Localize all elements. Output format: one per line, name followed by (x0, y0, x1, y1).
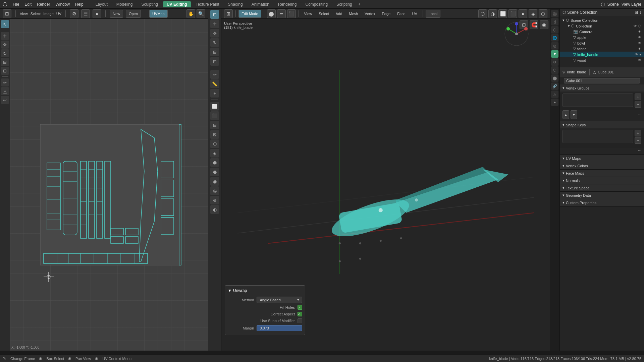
data-name-value[interactable]: Cube.001 (564, 78, 640, 83)
uv-canvas[interactable]: X: -1.000 Y: -1.000 (10, 19, 208, 351)
apple-eye-icon[interactable]: 👁 (638, 36, 641, 39)
world-props-btn[interactable]: ◎ (551, 42, 558, 50)
cam-eye-icon[interactable]: 👁 (638, 30, 641, 34)
method-select[interactable]: Angle Based ▾ (257, 297, 302, 303)
sort-icon[interactable]: ↕ (639, 10, 641, 15)
cursor-tool-btn[interactable]: ✛ (1, 32, 9, 40)
use-subsurf-checkbox[interactable] (298, 318, 302, 323)
view11-btn[interactable]: ⊕ (210, 196, 219, 204)
add-workspace-btn[interactable]: + (358, 2, 361, 7)
vg-expand-btn[interactable]: ⋯ (638, 110, 641, 119)
edge-select-btn[interactable]: ━ (277, 9, 286, 18)
view-menu-uv[interactable]: View (20, 12, 28, 16)
uvmap-btn[interactable]: UVMap (149, 10, 168, 18)
vertex-menu-viewport[interactable]: Vertex (362, 11, 378, 16)
tab-shading[interactable]: Shading (224, 1, 247, 7)
face-maps-header[interactable]: ▾ Face Maps (560, 170, 644, 177)
view-menu-viewport[interactable]: View (302, 11, 315, 16)
editor-type-viewport-btn[interactable]: ⊞ (224, 9, 233, 18)
view9-btn[interactable]: ◉ (210, 177, 219, 186)
select-menu-uv[interactable]: Select (31, 12, 41, 16)
camera-item[interactable]: 📷 Camera 👁 (560, 29, 644, 35)
collection-item[interactable]: ▾ ⬡ Collection 👁 ⬡ (560, 23, 644, 29)
edit-mode-btn[interactable]: Edit Mode (238, 10, 261, 18)
tab-scripting[interactable]: Scripting (332, 1, 356, 7)
new-image-btn[interactable]: New (110, 10, 123, 18)
vertex-groups-header[interactable]: ▾ Vertex Groups (560, 84, 644, 92)
output-props-btn[interactable]: 🖨 (551, 18, 558, 25)
tab-sculpting[interactable]: Sculpting (138, 1, 162, 7)
texture-space-header[interactable]: ▾ Texture Space (560, 184, 644, 191)
snap-viewport-icon[interactable]: 🧲 (530, 20, 538, 29)
shader-btn[interactable]: ◐ (210, 205, 219, 214)
viewport-active-btn[interactable]: ⊡ (210, 10, 219, 19)
tab-animation[interactable]: Animation (248, 1, 273, 7)
overlay-icon[interactable]: ⬡ (478, 9, 487, 18)
window-menu[interactable]: Window (55, 2, 70, 7)
scene-props-btn[interactable]: 🌐 (551, 34, 558, 42)
move-mid-btn[interactable]: ✥ (210, 29, 219, 38)
move-tool-btn[interactable]: ✥ (1, 41, 9, 49)
add-menu-viewport[interactable]: Add (333, 11, 345, 16)
render-props-btn[interactable]: 🎥 (551, 10, 558, 17)
open-image-btn[interactable]: Open (126, 10, 141, 18)
margin-input[interactable]: 0.073 (257, 325, 302, 331)
annotate3-btn[interactable]: ↩ (1, 96, 9, 104)
wood-eye-icon[interactable]: 👁 (638, 58, 641, 62)
scene-collection-item[interactable]: ▾ ⬡ Scene Collection (560, 17, 644, 23)
remove-vg-btn[interactable]: - (635, 101, 641, 108)
cursor-icon[interactable]: ✋ (186, 9, 195, 18)
kh-eye-icon[interactable]: 👁 (635, 53, 638, 56)
nav-gizmo[interactable] (503, 20, 530, 47)
annotate-tool-btn[interactable]: ✏ (1, 78, 9, 86)
col-eye-icon[interactable]: 👁 (634, 24, 637, 28)
wire-icon[interactable]: ⬛ (508, 9, 517, 18)
face-menu-viewport[interactable]: Face (394, 11, 408, 16)
bowl-item[interactable]: ▽ bowl 👁 (560, 40, 644, 46)
transform-space-btn[interactable]: Local (426, 10, 440, 18)
add-sk-btn[interactable]: + (635, 130, 641, 136)
remove-sk-btn[interactable]: - (635, 137, 641, 144)
knife-handle-item[interactable]: ▽ knife_handle 👁 ● (560, 52, 644, 57)
tool-icon-2[interactable]: ☰ (81, 9, 90, 18)
view3-btn[interactable]: ⊟ (210, 121, 219, 129)
image-menu-uv[interactable]: Image (43, 12, 54, 16)
col-restrict-icon[interactable]: ⬡ (638, 24, 641, 28)
render-icon[interactable]: ⬡ (539, 9, 547, 18)
fill-holes-checkbox[interactable]: ✓ (298, 305, 302, 310)
transform-mid-btn[interactable]: ⊡ (210, 57, 219, 66)
editor-type-btn[interactable]: ⊞ (3, 9, 11, 18)
bowl-eye-icon[interactable]: 👁 (638, 41, 641, 45)
constraint-props-btn[interactable]: 🔗 (551, 82, 558, 90)
scene-selector[interactable]: Scene (607, 2, 619, 7)
view1-btn[interactable]: ⬜ (210, 102, 219, 111)
tab-texture-paint[interactable]: Texture Paint (192, 1, 223, 7)
view2-btn[interactable]: ⬛ (210, 111, 219, 120)
xray-icon[interactable]: ⬜ (498, 9, 507, 18)
add-vg-btn[interactable]: + (635, 94, 641, 100)
tab-rendering[interactable]: Rendering (274, 1, 301, 7)
tool-icon-1[interactable]: ⚙ (70, 9, 78, 18)
tab-modeling[interactable]: Modeling (112, 1, 137, 7)
scale-mid-btn[interactable]: ⊞ (210, 48, 219, 56)
tab-compositing[interactable]: Compositing (301, 1, 332, 7)
particle-props-btn[interactable]: ⬡ (551, 66, 558, 74)
fabric-item[interactable]: ▽ fabric 👁 (560, 46, 644, 52)
annotate2-btn[interactable]: △ (1, 87, 9, 95)
view6-btn[interactable]: ◈ (210, 149, 219, 158)
select-menu-viewport[interactable]: Select (316, 11, 332, 16)
zoom-icon[interactable]: 🔍 (197, 9, 205, 18)
tab-uv-editing[interactable]: UV Editing (163, 1, 191, 7)
shading-icon[interactable]: ◑ (488, 9, 497, 18)
transform-tool-btn[interactable]: ⊡ (1, 67, 9, 75)
sk-expand-btn[interactable]: ⋯ (638, 149, 641, 153)
measure-mid-btn[interactable]: 📏 (210, 79, 219, 88)
solid-icon[interactable]: ● (519, 9, 527, 18)
geometry-data-header[interactable]: ▾ Geometry Data (560, 192, 644, 199)
render-menu[interactable]: Render (37, 2, 50, 7)
face-select-btn[interactable]: ⬛ (287, 9, 296, 18)
material-props-btn[interactable]: ● (551, 99, 558, 106)
tab-layout[interactable]: Layout (92, 1, 112, 7)
select-tool-btn[interactable]: ↖ (1, 20, 9, 28)
custom-props-header[interactable]: ▾ Custom Properties (560, 199, 644, 206)
